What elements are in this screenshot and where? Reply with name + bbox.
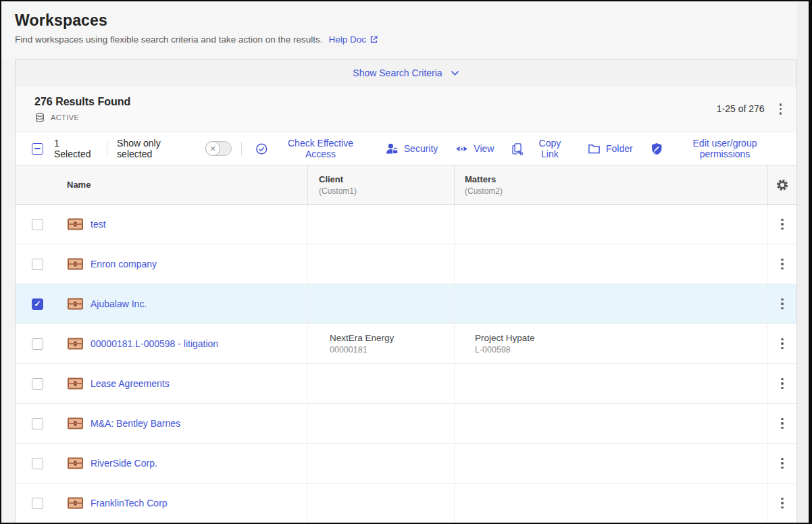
column-header-matters-sub: (Custom2) [465, 186, 767, 196]
action-label: Security [404, 143, 438, 154]
table-row: Ajubalaw Inc. [16, 284, 796, 324]
table-row: M&A: Bentley Barnes [16, 404, 796, 444]
help-doc-label: Help Doc [328, 34, 366, 45]
page-title: Workspaces [15, 11, 809, 30]
page-subtitle: Find workspaces using flexible search cr… [15, 34, 322, 45]
row-checkbox[interactable] [32, 378, 43, 390]
row-checkbox[interactable] [32, 458, 43, 469]
toggle-knob-x-icon: ✕ [205, 141, 220, 156]
column-header-client-sub: (Custom1) [319, 186, 454, 196]
table-row: Lease Agreements [16, 364, 796, 404]
folder-button[interactable]: Folder [584, 142, 637, 155]
database-icon [34, 112, 45, 123]
workspace-icon [68, 338, 83, 350]
selection-toolbar: 1 Selected Show only selected ✕ Check Ef… [16, 132, 796, 165]
column-header-client[interactable]: Client [319, 174, 454, 184]
results-menu-button[interactable] [774, 101, 787, 117]
action-label: View [474, 143, 494, 154]
database-name-label: ACTIVE [51, 113, 79, 122]
row-menu-button[interactable] [776, 455, 788, 471]
workspace-name-link[interactable]: test [91, 219, 106, 230]
action-label: Edit user/group permissions [668, 138, 782, 159]
show-search-criteria-label: Show Search Criteria [353, 68, 442, 78]
action-label: Check Effective Access [273, 138, 368, 159]
check-effective-access-button[interactable]: Check Effective Access [251, 138, 372, 159]
toolbar-divider [107, 142, 107, 155]
column-settings-button[interactable] [774, 177, 790, 193]
table-row: Enron company [16, 244, 796, 284]
gear-icon [776, 178, 789, 192]
external-link-icon [370, 35, 378, 44]
workspace-icon [68, 258, 83, 270]
check-circle-icon [255, 142, 268, 155]
row-checkbox[interactable] [32, 259, 43, 270]
show-only-selected-label: Show only selected [117, 138, 196, 159]
folder-icon [588, 142, 601, 155]
toolbar-divider [241, 142, 242, 155]
selected-count-label: 1 Selected [54, 138, 97, 159]
workspace-name-link[interactable]: 00000181.L-000598 - litigation [91, 338, 218, 349]
page-header: Workspaces Find workspaces using flexibl… [1, 1, 809, 59]
row-checkbox[interactable] [32, 498, 43, 509]
workspace-icon [68, 298, 83, 310]
results-count: 276 Results Found [34, 96, 130, 108]
table-row: RiverSide Corp. [16, 444, 796, 483]
results-header: 276 Results Found ACTIVE 1-25 of 276 [16, 86, 796, 132]
table-row: FranklinTech Corp [16, 483, 796, 523]
right-gutter [797, 1, 809, 523]
table-header: Name Client (Custom1) Matters (Custom2) [16, 165, 796, 205]
row-checkbox[interactable] [32, 418, 43, 429]
row-menu-button[interactable] [776, 336, 788, 352]
select-all-checkbox[interactable] [32, 143, 43, 155]
column-header-name[interactable]: Name [67, 180, 307, 190]
table-row: test [16, 205, 796, 244]
search-criteria-bar: Show Search Criteria [16, 60, 796, 86]
row-checkbox[interactable] [32, 219, 43, 230]
workspace-icon [68, 497, 83, 509]
column-header-matters[interactable]: Matters [465, 174, 767, 184]
table-body: test [16, 205, 796, 523]
help-doc-link[interactable]: Help Doc [328, 34, 378, 45]
row-menu-button[interactable] [776, 256, 788, 272]
workspace-name-link[interactable]: FranklinTech Corp [91, 498, 168, 508]
workspace-icon [68, 417, 83, 429]
client-name: NextEra Energy [330, 333, 394, 343]
user-lock-icon [386, 142, 399, 155]
copy-link-button[interactable]: Copy Link [507, 138, 574, 159]
results-card: Show Search Criteria 276 Results Found A… [15, 59, 797, 524]
eye-icon [455, 142, 468, 155]
table-row: 00000181.L-000598 - litigation NextEra E… [16, 324, 796, 364]
workspace-icon [68, 218, 83, 230]
row-checkbox[interactable] [32, 338, 43, 350]
workspace-name-link[interactable]: RiverSide Corp. [91, 458, 157, 469]
copy-link-icon [511, 142, 524, 155]
row-menu-button[interactable] [776, 495, 788, 511]
workspace-icon [68, 457, 83, 469]
row-menu-button[interactable] [776, 216, 788, 232]
row-checkbox[interactable] [32, 298, 43, 310]
results-summary: 276 Results Found ACTIVE [34, 96, 130, 123]
row-menu-button[interactable] [776, 375, 788, 392]
app-root: Workspaces Find workspaces using flexibl… [1, 1, 809, 59]
view-button[interactable]: View [451, 142, 498, 155]
security-button[interactable]: Security [382, 142, 442, 155]
action-label: Folder [606, 143, 633, 154]
workspace-name-link[interactable]: Enron company [91, 259, 157, 269]
workspace-icon [68, 377, 83, 390]
matter-name: Project Hypate [475, 333, 535, 343]
chevron-down-icon [451, 70, 459, 76]
action-label: Copy Link [530, 138, 570, 159]
workspace-name-link[interactable]: Lease Agreements [91, 378, 170, 389]
edit-permissions-button[interactable]: Edit user/group permissions [646, 138, 786, 159]
matter-id: L-000598 [475, 345, 535, 355]
workspace-name-link[interactable]: Ajubalaw Inc. [91, 298, 147, 309]
pagination-label: 1-25 of 276 [717, 103, 765, 114]
shield-pencil-icon [651, 142, 663, 155]
workspace-name-link[interactable]: M&A: Bentley Barnes [91, 418, 180, 429]
show-search-criteria-button[interactable]: Show Search Criteria [353, 68, 459, 78]
row-menu-button[interactable] [776, 415, 788, 431]
show-only-selected-toggle[interactable]: ✕ [205, 141, 232, 156]
client-id: 00000181 [330, 345, 394, 355]
row-menu-button[interactable] [776, 296, 788, 312]
